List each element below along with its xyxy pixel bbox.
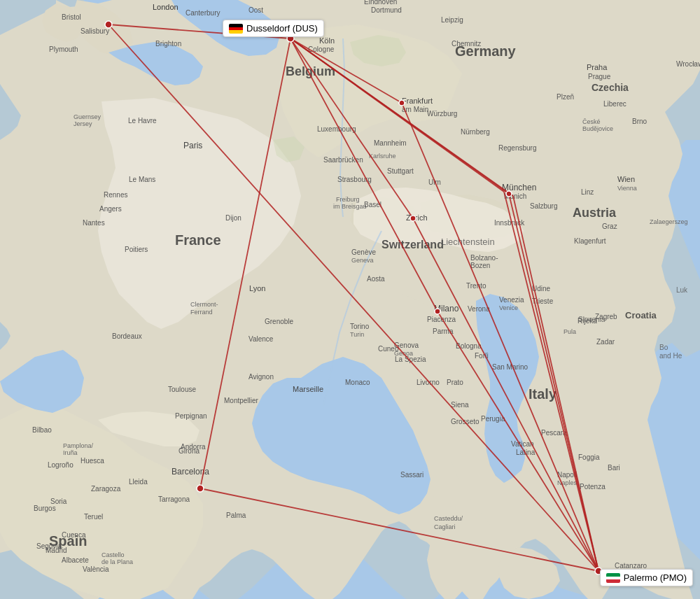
svg-text:Geneva: Geneva: [351, 257, 374, 264]
svg-text:Foggia: Foggia: [578, 453, 600, 461]
svg-text:Pamplona/: Pamplona/: [63, 442, 94, 449]
svg-text:Linz: Linz: [581, 188, 594, 196]
svg-text:Chemnitz: Chemnitz: [451, 40, 481, 48]
svg-text:Brighton: Brighton: [155, 40, 181, 48]
svg-text:Rijeka: Rijeka: [578, 317, 597, 325]
svg-text:Casteddu/: Casteddu/: [434, 515, 463, 522]
svg-text:Croatia: Croatia: [625, 310, 657, 320]
svg-text:im Breisgau: im Breisgau: [333, 203, 367, 210]
palermo-airport-label: Palermo (PMO): [600, 569, 693, 586]
svg-text:Siena: Siena: [451, 401, 469, 409]
svg-text:Cagliari: Cagliari: [434, 523, 456, 530]
svg-text:Freiburg: Freiburg: [336, 196, 360, 203]
svg-text:Czechia: Czechia: [592, 82, 629, 93]
svg-text:London: London: [153, 3, 178, 11]
palermo-label-text: Palermo (PMO): [624, 572, 687, 583]
svg-text:de la Plana: de la Plana: [102, 558, 133, 565]
svg-text:Potenza: Potenza: [580, 483, 606, 491]
svg-text:Soria: Soria: [50, 498, 67, 505]
svg-text:Aosta: Aosta: [367, 275, 385, 283]
svg-text:Klagenfurt: Klagenfurt: [574, 237, 606, 245]
svg-text:Graz: Graz: [602, 223, 617, 230]
svg-text:Paris: Paris: [183, 141, 202, 150]
svg-text:Nürnberg: Nürnberg: [461, 128, 490, 136]
svg-text:Bari: Bari: [608, 464, 620, 472]
svg-text:Budějovice: Budějovice: [582, 125, 613, 132]
svg-text:Zalaegerszeg: Zalaegerszeg: [650, 218, 688, 225]
svg-text:Mannheim: Mannheim: [374, 139, 407, 147]
svg-text:Valence: Valence: [248, 335, 274, 343]
dusseldorf-flag-icon: [229, 24, 243, 34]
svg-text:Teruel: Teruel: [84, 513, 103, 521]
svg-text:Montpellier: Montpellier: [224, 397, 259, 404]
svg-text:Nantes: Nantes: [83, 219, 105, 227]
svg-text:Lleida: Lleida: [129, 478, 148, 486]
svg-text:Zagreb: Zagreb: [595, 313, 617, 320]
svg-text:Torino: Torino: [350, 323, 370, 330]
svg-text:Bo: Bo: [659, 344, 668, 351]
svg-text:Wien: Wien: [617, 175, 635, 183]
svg-text:Plzeň: Plzeň: [556, 93, 574, 101]
svg-text:Bordeaux: Bordeaux: [112, 332, 142, 340]
svg-text:France: France: [175, 232, 221, 248]
map-container: France Germany Austria Switzerland Liech…: [0, 0, 700, 599]
svg-text:Dijon: Dijon: [225, 214, 241, 222]
svg-text:Perugia: Perugia: [481, 415, 505, 423]
svg-text:Tarragona: Tarragona: [158, 495, 190, 503]
svg-text:Angers: Angers: [99, 205, 122, 213]
svg-text:Logroño: Logroño: [48, 461, 74, 469]
svg-text:Cuenca: Cuenca: [62, 531, 86, 539]
svg-text:Livorno: Livorno: [416, 379, 440, 386]
svg-text:Leipzig: Leipzig: [441, 16, 463, 24]
svg-text:Köln: Köln: [319, 36, 335, 45]
svg-text:Trento: Trento: [466, 282, 486, 290]
svg-text:Huesca: Huesca: [80, 457, 104, 465]
palermo-flag-icon: [606, 573, 620, 583]
svg-text:Zürich: Zürich: [406, 213, 428, 222]
svg-text:Venezia: Venezia: [499, 296, 524, 304]
svg-text:Wrocław: Wrocław: [676, 60, 700, 68]
svg-text:Albacete: Albacete: [62, 556, 89, 564]
svg-text:Pula: Pula: [564, 328, 576, 335]
svg-point-172: [506, 191, 512, 197]
svg-text:Eindhoven: Eindhoven: [364, 0, 397, 6]
svg-text:Venice: Venice: [499, 304, 518, 311]
dusseldorf-label-text: Dusseldorf (DUS): [246, 23, 318, 34]
svg-text:Sassari: Sassari: [400, 471, 424, 479]
svg-point-170: [399, 100, 405, 106]
svg-text:Turin: Turin: [350, 331, 364, 338]
svg-text:Jersey: Jersey: [74, 120, 92, 127]
svg-point-168: [197, 485, 204, 492]
svg-text:Avignon: Avignon: [248, 373, 274, 381]
svg-text:Bolzano-: Bolzano-: [470, 254, 498, 262]
svg-text:Bristol: Bristol: [62, 13, 81, 21]
svg-text:Marseille: Marseille: [293, 385, 323, 393]
svg-text:Cologne: Cologne: [308, 45, 335, 53]
svg-text:Switzerland: Switzerland: [382, 239, 444, 251]
svg-text:Plymouth: Plymouth: [49, 45, 78, 53]
svg-text:Rennes: Rennes: [104, 191, 127, 199]
svg-text:Burgos: Burgos: [34, 505, 56, 512]
svg-text:Oost: Oost: [248, 6, 263, 14]
svg-text:Innsbruck: Innsbruck: [494, 219, 525, 227]
svg-text:Liberec: Liberec: [603, 100, 626, 108]
svg-text:Austria: Austria: [573, 206, 617, 220]
svg-text:Frankfurt: Frankfurt: [402, 97, 433, 105]
svg-text:Prato: Prato: [447, 379, 463, 386]
svg-point-173: [435, 309, 440, 314]
svg-text:Bozen: Bozen: [470, 262, 490, 269]
svg-text:Palma: Palma: [226, 512, 246, 519]
svg-text:València: València: [83, 565, 109, 573]
svg-point-171: [410, 216, 416, 221]
svg-text:Andorra: Andorra: [181, 443, 206, 451]
svg-text:Lyon: Lyon: [249, 284, 265, 293]
svg-text:Liechtenstein: Liechtenstein: [441, 237, 495, 247]
svg-text:Castello: Castello: [102, 551, 125, 558]
svg-text:Grenoble: Grenoble: [265, 318, 294, 325]
svg-text:Regensburg: Regensburg: [498, 144, 536, 152]
svg-text:Guernsey: Guernsey: [74, 113, 102, 120]
svg-text:Perpignan: Perpignan: [175, 412, 207, 420]
svg-text:Praha: Praha: [587, 63, 608, 71]
svg-text:Salisbury: Salisbury: [80, 27, 109, 35]
svg-text:Ferrand: Ferrand: [190, 309, 213, 316]
